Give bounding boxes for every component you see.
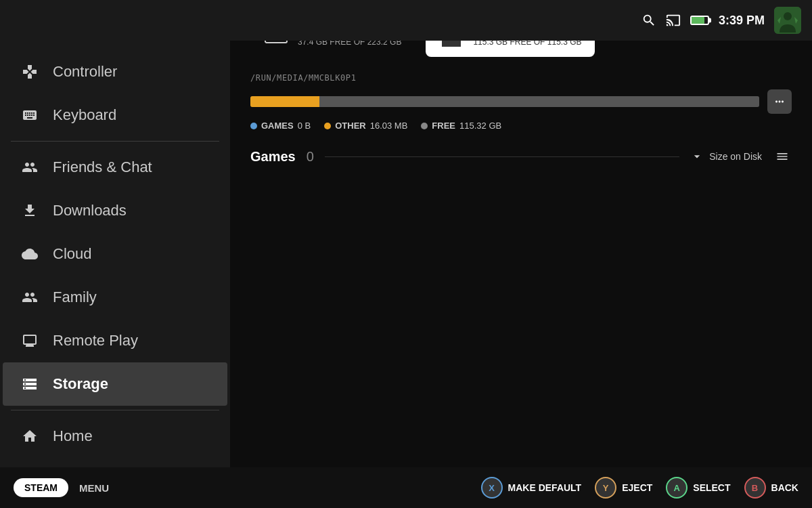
legend-other-label: OTHER [335,121,366,131]
status-icons: 3:39 PM [641,7,801,34]
storage-legend: GAMES 0 B OTHER 16.03 MB FREE 115.32 GB [250,121,792,131]
storage-path: /RUN/MEDIA/MMCBLK0P1 [250,73,792,83]
top-bar: 3:39 PM [0,0,812,41]
legend-free-label: FREE [432,121,455,131]
menu-label: MENU [79,482,109,494]
sidebar-item-downloads[interactable]: Downloads [3,189,227,232]
controller-icon [19,61,41,83]
list-view-button[interactable] [773,147,792,166]
eject-label: EJECT [622,482,652,493]
storage-icon [19,373,41,395]
sidebar-divider-2 [11,410,219,410]
sort-label: Size on Disk [709,151,762,162]
legend-games: GAMES 0 B [250,121,311,131]
legend-other: OTHER 16.03 MB [324,121,407,131]
bottom-bar: STEAM MENU X MAKE DEFAULT Y EJECT A SELE… [0,467,812,508]
sidebar-item-cloud[interactable]: Cloud [3,232,227,276]
steam-button[interactable]: STEAM [14,478,68,497]
sidebar-label-storage: Storage [53,375,108,393]
battery-icon [690,16,709,25]
progress-free [319,96,759,107]
games-title: Games [250,149,296,165]
games-divider [325,156,679,157]
sidebar-label-home: Home [53,427,93,445]
games-section-header: Games 0 Size on Disk [250,147,792,166]
sidebar-label-downloads: Downloads [53,202,127,219]
legend-dot-other [324,123,331,129]
sidebar-label-cloud: Cloud [53,245,91,263]
family-icon [19,287,41,308]
sidebar-item-controller[interactable]: Controller [3,50,227,93]
back-label: BACK [771,482,798,493]
keyboard-icon [19,104,41,126]
cloud-icon [19,243,41,265]
bottom-actions: X MAKE DEFAULT Y EJECT A SELECT B BACK [481,477,798,499]
sidebar-divider-1 [11,141,219,142]
sidebar-label-friends: Friends & Chat [53,158,152,176]
sort-selector[interactable]: Size on Disk [690,150,762,163]
sidebar-item-home[interactable]: Home [3,415,227,458]
legend-other-value: 16.03 MB [370,121,408,131]
sidebar-item-remote-play[interactable]: Remote Play [3,319,227,362]
legend-dot-games [250,123,257,129]
legend-games-value: 0 B [298,121,311,131]
cast-icon[interactable] [666,13,681,28]
clock: 3:39 PM [719,14,765,28]
avatar[interactable] [774,7,801,34]
friends-icon [19,156,41,178]
main-content: Internal Drive ⭐ 37.4 GB FREE OF 223.2 G… [230,0,812,467]
legend-dot-free [421,123,428,129]
action-back[interactable]: B BACK [744,477,798,499]
progress-other [250,96,319,107]
downloads-icon [19,200,41,221]
sidebar: Bluetooth Controller Keyboard Friends & … [0,0,230,474]
sidebar-item-keyboard[interactable]: Keyboard [3,93,227,137]
remote-play-icon [19,330,41,352]
legend-free: FREE 115.32 GB [421,121,501,131]
action-eject[interactable]: Y EJECT [595,477,652,499]
legend-free-value: 115.32 GB [459,121,501,131]
sidebar-item-friends[interactable]: Friends & Chat [3,146,227,189]
search-icon[interactable] [641,13,656,28]
sidebar-label-family: Family [53,289,97,306]
sidebar-label-keyboard: Keyboard [53,106,116,124]
select-label: SELECT [693,482,730,493]
sidebar-label-controller: Controller [53,63,117,81]
games-count: 0 [307,149,314,165]
sidebar-item-family[interactable]: Family [3,276,227,319]
a-button: A [666,477,687,499]
sidebar-item-storage[interactable]: Storage [3,362,227,406]
progress-bar [250,96,759,107]
x-button: X [481,477,503,499]
svg-point-1 [784,12,792,20]
legend-games-label: GAMES [261,121,294,131]
more-button[interactable] [767,89,792,114]
b-button: B [744,477,766,499]
make-default-label: MAKE DEFAULT [508,482,582,493]
home-icon [19,425,41,447]
progress-container [250,89,792,114]
action-select[interactable]: A SELECT [666,477,730,499]
y-button: Y [595,477,616,499]
action-make-default[interactable]: X MAKE DEFAULT [481,477,582,499]
sidebar-label-remote-play: Remote Play [53,332,138,350]
